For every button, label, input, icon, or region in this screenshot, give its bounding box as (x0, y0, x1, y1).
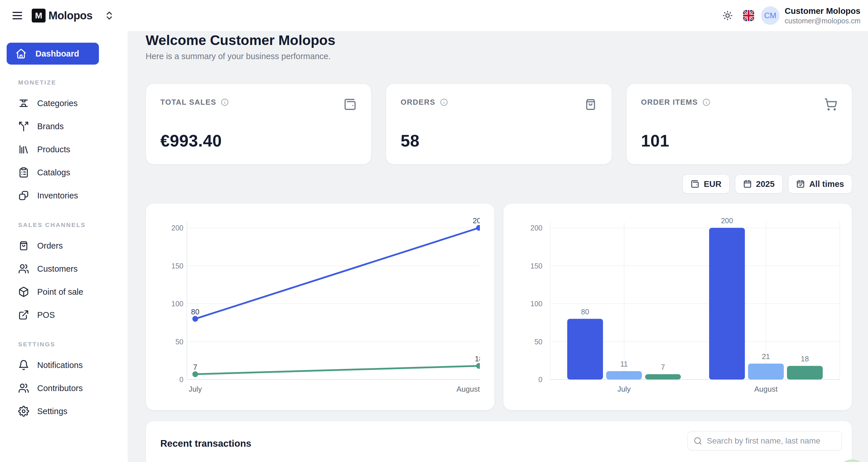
stat-label: ORDER ITEMS (641, 98, 698, 107)
svg-text:200: 200 (530, 224, 542, 232)
svg-text:100: 100 (171, 300, 183, 308)
sidebar-item-products[interactable]: Products (7, 138, 128, 161)
uk-flag-icon (743, 10, 754, 21)
package-icon (18, 286, 29, 297)
calendar-icon (743, 180, 752, 188)
info-icon[interactable] (703, 98, 710, 106)
chevrons-up-down-icon (104, 10, 115, 21)
wallet-icon (691, 180, 699, 188)
menu-button[interactable] (11, 9, 24, 22)
svg-text:50: 50 (175, 338, 183, 346)
home-icon (15, 48, 27, 59)
filter-label: EUR (704, 179, 721, 189)
svg-text:150: 150 (171, 262, 183, 270)
sidebar-item-pos[interactable]: POS (7, 303, 128, 327)
sidebar-nav-sales-channels: Orders Customers Point of sale POS (7, 234, 128, 327)
sidebar-item-label: Dashboard (35, 49, 79, 59)
stat-card-orders: ORDERS 58 (386, 84, 612, 164)
sidebar-item-settings[interactable]: Settings (7, 400, 128, 423)
sidebar-item-label: Brands (37, 122, 64, 131)
page-subtitle: Here is a summary of your business perfo… (146, 52, 335, 61)
sales-line-chart-card: 05010015020080200718JulyAugust (146, 203, 495, 410)
year-filter-button[interactable]: 2025 (735, 175, 783, 193)
copy-icon (18, 190, 29, 201)
info-icon[interactable] (221, 98, 229, 106)
svg-text:150: 150 (530, 262, 542, 270)
shopping-cart-icon (824, 98, 837, 111)
svg-text:200: 200 (473, 216, 480, 225)
stats-row: TOTAL SALES €993.40 ORDERS 58 ORDER ITEM… (146, 84, 852, 164)
split-arrows-icon (18, 121, 29, 132)
svg-text:80: 80 (191, 307, 199, 316)
stat-card-order-items: ORDER ITEMS 101 (626, 84, 852, 164)
info-icon[interactable] (440, 98, 448, 106)
sidebar-item-label: Settings (37, 407, 67, 416)
sidebar-section-sales-channels: SALES CHANNELS (18, 221, 128, 228)
svg-text:200: 200 (171, 224, 183, 232)
svg-text:August: August (457, 385, 480, 393)
theme-toggle-button[interactable] (722, 10, 733, 21)
clipboard-list-icon (18, 167, 29, 178)
stat-card-total-sales: TOTAL SALES €993.40 (146, 84, 371, 164)
sidebar-section-monetize: MONETIZE (18, 79, 128, 86)
svg-text:0: 0 (179, 375, 183, 383)
search-icon (693, 437, 702, 445)
sidebar-item-label: Categories (37, 99, 78, 108)
currency-filter-button[interactable]: EUR (683, 175, 729, 193)
svg-text:0: 0 (538, 375, 542, 383)
logo[interactable]: M Molopos (32, 9, 93, 23)
workspace-switcher-button[interactable] (104, 10, 115, 21)
svg-text:11: 11 (620, 360, 628, 368)
svg-text:July: July (189, 385, 202, 393)
svg-text:100: 100 (530, 300, 542, 308)
bar-chart: 050100150200802001121718JulyAugust (503, 204, 852, 410)
bell-icon (18, 360, 29, 371)
sidebar-item-notifications[interactable]: Notifications (7, 353, 128, 377)
charts-row: 05010015020080200718JulyAugust 050100150… (146, 203, 852, 410)
recent-transactions-card: Recent transactions (146, 421, 852, 462)
transactions-search-input[interactable] (706, 436, 837, 446)
language-button[interactable] (743, 10, 754, 21)
user-info[interactable]: Customer Molopos customer@molopos.cm (785, 6, 861, 25)
stat-label: TOTAL SALES (160, 98, 216, 107)
sidebar-nav-settings: Notifications Contributors Settings (7, 353, 128, 423)
gear-icon (18, 406, 29, 417)
sidebar-item-inventories[interactable]: Inventories (7, 184, 128, 207)
users-icon (18, 383, 29, 394)
filters-row: EUR 2025 All times (146, 175, 852, 193)
avatar[interactable]: CM (761, 6, 779, 25)
stat-value: 58 (401, 131, 597, 150)
sidebar-item-dashboard[interactable]: Dashboard (7, 43, 99, 65)
logo-mark: M (32, 9, 45, 23)
avatar-initials: CM (764, 11, 776, 20)
sidebar-item-label: Contributors (37, 383, 83, 393)
sidebar-item-contributors[interactable]: Contributors (7, 377, 128, 400)
sidebar-item-label: Products (37, 145, 70, 154)
shopping-bag-icon (584, 98, 597, 111)
sidebar-item-orders[interactable]: Orders (7, 234, 128, 257)
library-icon (18, 144, 29, 155)
sidebar-item-customers[interactable]: Customers (7, 257, 128, 280)
sidebar: Dashboard MONETIZE Categories Brands Pro… (0, 31, 128, 462)
sidebar-item-label: Customers (37, 264, 78, 274)
svg-text:August: August (754, 385, 778, 393)
main-content: Welcome Customer Molopos Here is a summa… (128, 31, 868, 462)
filter-label: 2025 (756, 179, 775, 189)
sidebar-item-label: Catalogs (37, 168, 70, 177)
sidebar-item-label: Inventories (37, 191, 78, 201)
time-range-filter-button[interactable]: All times (788, 175, 852, 193)
sidebar-item-label: Point of sale (37, 287, 83, 297)
recent-transactions-title: Recent transactions (160, 438, 251, 449)
shopping-bag-icon (18, 240, 29, 251)
sidebar-item-categories[interactable]: Categories (7, 92, 128, 115)
sidebar-item-brands[interactable]: Brands (7, 115, 128, 138)
stat-value: €993.40 (160, 131, 357, 150)
svg-text:80: 80 (581, 308, 589, 316)
sales-bar-chart-card: 050100150200802001121718JulyAugust (503, 203, 852, 410)
sidebar-item-point-of-sale[interactable]: Point of sale (7, 280, 128, 303)
users-icon (18, 263, 29, 274)
sidebar-item-label: Notifications (37, 361, 83, 370)
sidebar-item-catalogs[interactable]: Catalogs (7, 161, 128, 184)
stat-value: 101 (641, 131, 837, 150)
svg-text:7: 7 (661, 363, 665, 371)
